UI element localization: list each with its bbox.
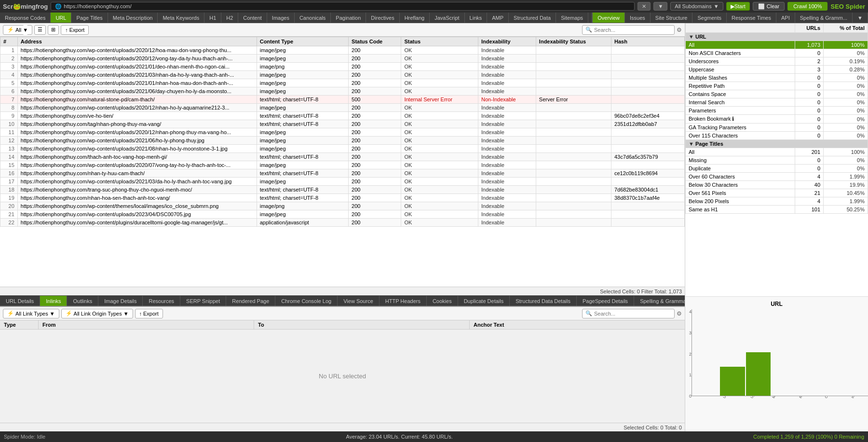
bottom-tab-spelling[interactable]: Spelling & Grammar Details (634, 296, 685, 306)
tab-h1[interactable]: H1 (204, 13, 221, 23)
right-table-row[interactable]: Over 115 Characters 0 0% (686, 132, 868, 140)
col-status[interactable]: Status (401, 37, 478, 46)
table-row[interactable]: 8 https://hotienphongthuy.com/wp-content… (0, 104, 685, 112)
search-box[interactable]: 🔍 (582, 25, 675, 35)
table-row[interactable]: 4 https://hotienphongthuy.com/wp-content… (0, 71, 685, 79)
right-tab-segments[interactable]: Segments (692, 13, 727, 23)
bottom-search-box[interactable]: 🔍 (582, 309, 675, 318)
bottom-tab-url-details[interactable]: URL Details (0, 296, 40, 306)
table-row[interactable]: 16 https://hotienphongthuy.com/nhan-ty-h… (0, 169, 685, 178)
col-indexability[interactable]: Indexability (478, 37, 536, 46)
list-view-btn[interactable]: ☰ (34, 25, 46, 35)
col-status-code[interactable]: Status Code (349, 37, 401, 46)
tab-url[interactable]: URL (51, 13, 71, 23)
right-table-row[interactable]: Uppercase 3 0.28% (686, 66, 868, 74)
right-tab-issues[interactable]: Issues (625, 13, 651, 23)
clear-btn[interactable]: ⬜ Clear (753, 2, 785, 11)
tab-meta-description[interactable]: Meta Description (108, 13, 158, 23)
bottom-search-input[interactable] (594, 311, 671, 317)
bottom-tab-pagespeed[interactable]: PageSpeed Details (577, 296, 634, 306)
filter-all-btn[interactable]: ⚡ All ▼ (3, 25, 32, 35)
bottom-tab-resources[interactable]: Resources (143, 296, 180, 306)
section-toggle-url[interactable]: ▼ (689, 34, 694, 40)
url-bar[interactable]: 🌐 https://hotienphongthuy.com/ (51, 2, 635, 11)
right-tab-site-structure[interactable]: Site Structure (651, 13, 693, 23)
tab-canonicals[interactable]: Canonicals (295, 13, 331, 23)
col-address[interactable]: Address (17, 37, 257, 46)
table-row[interactable]: 5 https://hotienphongthuy.com/wp-content… (0, 79, 685, 87)
close-tab-btn[interactable]: ✕ (637, 2, 651, 11)
bottom-tab-chrome-console[interactable]: Chrome Console Log (275, 296, 338, 306)
dropdown-icon[interactable]: ▼ (653, 2, 667, 11)
table-row[interactable]: 9 https://hotienphongthuy.com/ve-ho-tien… (0, 112, 685, 120)
tab-pagination[interactable]: Pagination (331, 13, 366, 23)
right-table-row[interactable]: Multiple Slashes 0 0% (686, 74, 868, 82)
right-table-row[interactable]: Below 200 Pixels 4 1.99% (686, 197, 868, 206)
table-row[interactable]: 6 https://hotienphongthuy.com/wp-content… (0, 87, 685, 96)
bottom-tab-rendered[interactable]: Rendered Page (226, 296, 275, 306)
right-table-row[interactable]: All 201 100% (686, 148, 868, 156)
right-table-row[interactable]: Broken Bookmark ℹ 0 0% (686, 115, 868, 124)
table-row[interactable]: 22 https://hotienphongthuy.com/wp-conten… (0, 219, 685, 227)
right-table-row[interactable]: Same as H1 101 50.25% (686, 206, 868, 214)
right-table-row[interactable]: Over 561 Pixels 21 10.45% (686, 189, 868, 197)
right-table-row[interactable]: Repetitive Path 0 0% (686, 82, 868, 90)
table-row[interactable]: 17 https://hotienphongthuy.com/wp-conten… (0, 178, 685, 186)
bottom-tab-http-headers[interactable]: HTTP Headers (380, 296, 427, 306)
table-row[interactable]: 15 https://hotienphongthuy.com/wp-conten… (0, 161, 685, 169)
right-table-row[interactable]: GA Tracking Parameters 0 0% (686, 124, 868, 132)
tab-response-codes[interactable]: Response Codes (0, 13, 51, 23)
right-table-row[interactable]: Contains Space 0 0% (686, 90, 868, 98)
tab-structured-data[interactable]: Structured Data (509, 13, 556, 23)
table-row[interactable]: 12 https://hotienphongthuy.com/wp-conten… (0, 137, 685, 145)
tab-content[interactable]: Content (238, 13, 267, 23)
tab-links[interactable]: Links (465, 13, 488, 23)
tab-page-titles[interactable]: Page Titles (71, 13, 108, 23)
tab-hreflang[interactable]: Hreflang (400, 13, 430, 23)
right-table-row[interactable]: Underscores 2 0.19% (686, 57, 868, 66)
bottom-tab-cookies[interactable]: Cookies (427, 296, 458, 306)
col-content-type[interactable]: Content Type (257, 37, 348, 46)
table-row[interactable]: 1 https://hotienphongthuy.com/wp-content… (0, 46, 685, 55)
right-table-row[interactable]: Non ASCII Characters 0 0% (686, 49, 868, 57)
right-table-row[interactable]: Duplicate 0 0% (686, 165, 868, 173)
right-table-row[interactable]: Internal Search 0 0% (686, 98, 868, 107)
bottom-filter-icon[interactable]: ⚙ (677, 310, 682, 317)
right-tab-overview[interactable]: Overview (593, 13, 625, 23)
tab-h2[interactable]: H2 (221, 13, 238, 23)
tab-meta-keywords[interactable]: Meta Keywords (158, 13, 204, 23)
bottom-tab-structured-data[interactable]: Structured Data Details (510, 296, 577, 306)
bottom-tab-view-source[interactable]: View Source (338, 296, 380, 306)
table-row[interactable]: 21 https://hotienphongthuy.com/wp-conten… (0, 210, 685, 219)
table-row[interactable]: 20 https://hotienphongthuy.com/wp-conten… (0, 202, 685, 210)
bottom-export-btn[interactable]: ↑ Export (135, 309, 163, 318)
bottom-tab-outlinks[interactable]: Outlinks (67, 296, 98, 306)
bottom-tab-inlinks[interactable]: Inlinks (40, 296, 67, 306)
tab-directives[interactable]: Directives (366, 13, 399, 23)
search-input[interactable] (594, 27, 671, 33)
right-table-row[interactable]: All 1,073 100% (686, 41, 868, 49)
tab-javascript[interactable]: JavaScript (430, 13, 464, 23)
table-row[interactable]: 14 https://hotienphongthuy.com/thach-anh… (0, 153, 685, 161)
tab-sitemaps[interactable]: Sitemaps (556, 13, 588, 23)
table-row[interactable]: 7 https://hotienphongthuy.com/natural-st… (0, 96, 685, 104)
col-indexability-status[interactable]: Indexability Status (536, 37, 611, 46)
right-tab-api[interactable]: API (776, 13, 795, 23)
tab-images[interactable]: Images (267, 13, 295, 23)
right-table-row[interactable]: Over 60 Characters 4 1.99% (686, 173, 868, 181)
right-tab-more[interactable]: ▼ (853, 13, 868, 23)
start-btn[interactable]: ▶ Start (726, 2, 750, 11)
section-toggle-page-titles[interactable]: ▼ (689, 141, 694, 147)
tab-pagespeed[interactable]: PageSpeed (588, 13, 592, 23)
bottom-tab-duplicate[interactable]: Duplicate Details (458, 296, 510, 306)
bottom-tab-image-details[interactable]: Image Details (98, 296, 143, 306)
right-tab-response-times[interactable]: Response Times (727, 13, 776, 23)
table-row[interactable]: 10 https://hotienphongthuy.com/tag/nhan-… (0, 120, 685, 128)
right-table-row[interactable]: Parameters 0 0% (686, 107, 868, 115)
bottom-tab-serp[interactable]: SERP Snippet (180, 296, 226, 306)
table-row[interactable]: 2 https://hotienphongthuy.com/wp-content… (0, 55, 685, 63)
tab-amp[interactable]: AMP (487, 13, 509, 23)
export-btn[interactable]: ↑ Export (61, 25, 89, 35)
all-subdomains-btn[interactable]: All Subdomains ▼ (670, 2, 723, 11)
col-hash[interactable]: Hash (611, 37, 685, 46)
